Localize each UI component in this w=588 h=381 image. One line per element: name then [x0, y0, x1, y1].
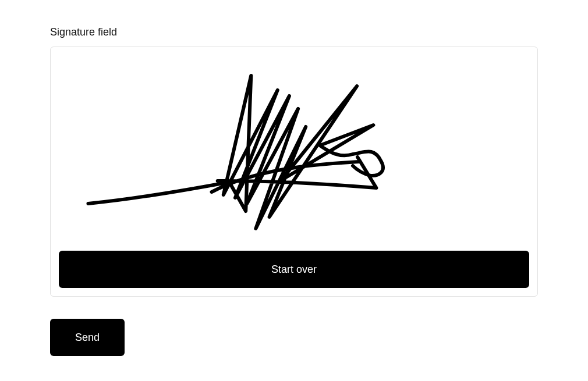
signature-card: Start over: [50, 47, 538, 297]
signature-stroke-icon: [59, 55, 529, 244]
send-button[interactable]: Send: [50, 319, 125, 356]
signature-field-group: Signature field Start over: [50, 26, 538, 297]
signature-canvas[interactable]: [59, 55, 529, 244]
start-over-button[interactable]: Start over: [59, 251, 529, 288]
signature-field-label: Signature field: [50, 26, 538, 38]
